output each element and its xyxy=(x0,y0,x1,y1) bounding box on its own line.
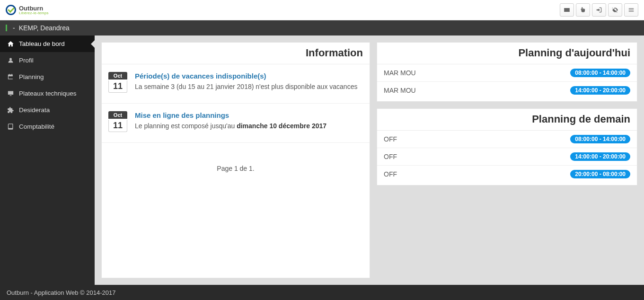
top-actions xyxy=(560,3,638,17)
sidebar-item-dashboard[interactable]: Tableau de bord xyxy=(0,35,95,52)
sidebar-item-label: Tableau de bord xyxy=(19,40,65,47)
today-panel: Planning d'aujourd'hui MAR MOU 08:00:00 … xyxy=(377,42,637,102)
tomorrow-panel: Planning de demain OFF 08:00:00 - 14:00:… xyxy=(377,108,637,185)
news-item: Oct 11 Mise en ligne des plannings Le pl… xyxy=(102,104,370,143)
date-badge: Oct 11 xyxy=(108,72,127,93)
planning-label: OFF xyxy=(384,135,397,143)
footer-text: Outburn - Application Web © 2014-2017 xyxy=(7,289,115,296)
user-bar: - KEMP, Deandrea xyxy=(0,20,644,35)
pager: Page 1 de 1. xyxy=(102,143,370,210)
sidebar-item-profile[interactable]: Profil xyxy=(0,52,95,69)
date-day: 11 xyxy=(108,80,127,93)
menu-icon[interactable] xyxy=(624,3,638,17)
user-icon xyxy=(7,57,14,64)
time-pill: 14:00:00 - 20:00:00 xyxy=(570,152,630,161)
sidebar-item-planning[interactable]: Planning xyxy=(0,69,95,85)
information-panel-title: Information xyxy=(102,43,370,64)
planning-label: OFF xyxy=(384,170,397,178)
time-pill: 14:00:00 - 20:00:00 xyxy=(570,86,630,95)
tomorrow-panel-title: Planning de demain xyxy=(377,109,637,131)
home-icon xyxy=(7,40,14,47)
book-icon xyxy=(7,123,14,130)
sidebar-item-plateaux[interactable]: Plateaux techniques xyxy=(0,85,95,102)
user-name: KEMP, Deandrea xyxy=(19,24,70,32)
date-month: Oct xyxy=(108,72,127,79)
sidebar-item-label: Plateaux techniques xyxy=(19,90,77,97)
envelope-icon[interactable] xyxy=(560,3,574,17)
user-prefix: - xyxy=(13,24,15,32)
time-pill: 08:00:00 - 14:00:00 xyxy=(570,69,630,77)
logo-mark-icon xyxy=(6,5,16,15)
news-text: Le planning est composé jusqu'au dimanch… xyxy=(135,122,363,130)
planning-row: MAR MOU 08:00:00 - 14:00:00 xyxy=(377,64,637,82)
date-badge: Oct 11 xyxy=(108,111,127,132)
news-title[interactable]: Mise en ligne des plannings xyxy=(135,111,363,119)
time-pill: 20:00:00 - 08:00:00 xyxy=(570,170,630,178)
date-day: 11 xyxy=(108,120,127,132)
time-pill: 08:00:00 - 14:00:00 xyxy=(570,135,630,143)
logo[interactable]: Outburn Libérez-le-temps xyxy=(6,5,49,15)
planning-row: MAR MOU 14:00:00 - 20:00:00 xyxy=(377,82,637,101)
planning-row: OFF 08:00:00 - 14:00:00 xyxy=(377,131,637,148)
planning-label: MAR MOU xyxy=(384,69,416,77)
sidebar-item-desiderata[interactable]: Desiderata xyxy=(0,102,95,118)
top-header: Outburn Libérez-le-temps xyxy=(0,0,644,20)
monitor-icon xyxy=(7,90,14,97)
news-text: La semaine 3 (du 15 au 21 janvier 2018) … xyxy=(135,83,363,90)
planning-label: OFF xyxy=(384,153,397,160)
sidebar-item-label: Desiderata xyxy=(19,106,50,114)
calendar-icon xyxy=(7,73,14,80)
information-panel: Information Oct 11 Période(s) de vacance… xyxy=(101,42,370,278)
news-item: Oct 11 Période(s) de vacances indisponib… xyxy=(102,64,370,104)
brand-tagline: Libérez-le-temps xyxy=(19,11,49,15)
planning-row: OFF 14:00:00 - 20:00:00 xyxy=(377,148,637,166)
footer: Outburn - Application Web © 2014-2017 xyxy=(0,285,644,300)
news-title[interactable]: Période(s) de vacances indisponible(s) xyxy=(135,72,363,80)
planning-row: OFF 20:00:00 - 08:00:00 xyxy=(377,166,637,185)
hand-point-icon[interactable] xyxy=(576,3,590,17)
date-month: Oct xyxy=(108,111,127,119)
sidebar-item-comptabilite[interactable]: Comptabilité xyxy=(0,118,95,135)
main-content: Information Oct 11 Période(s) de vacance… xyxy=(95,35,644,285)
sidebar-item-label: Comptabilité xyxy=(19,123,54,130)
sidebar-item-label: Profil xyxy=(19,57,34,64)
puzzle-icon xyxy=(7,106,14,114)
status-indicator-icon xyxy=(6,25,7,31)
today-panel-title: Planning d'aujourd'hui xyxy=(377,43,637,64)
planning-label: MAR MOU xyxy=(384,87,416,94)
sidebar: Tableau de bord Profil Planning Plateaux… xyxy=(0,35,95,285)
eye-slash-icon[interactable] xyxy=(608,3,622,17)
sign-out-icon[interactable] xyxy=(592,3,606,17)
sidebar-item-label: Planning xyxy=(19,73,44,80)
